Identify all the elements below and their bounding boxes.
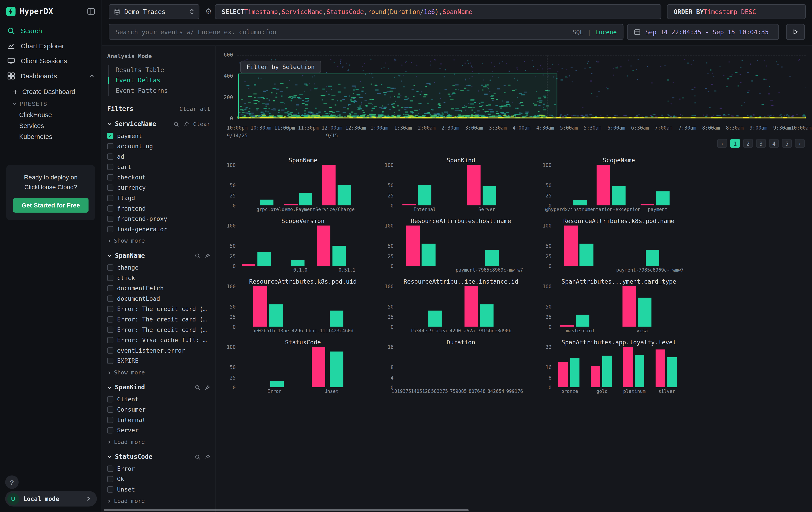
filter-group-load-more[interactable]: Load more [107,498,210,505]
checkbox-unchecked[interactable] [107,466,113,472]
filter-search-icon[interactable] [195,384,201,390]
checkbox-unchecked[interactable] [107,174,113,181]
checkbox-unchecked[interactable] [107,327,113,333]
filter-option-load-generator[interactable]: load-generator [107,225,210,234]
collapse-sidebar-icon[interactable] [87,7,95,16]
create-dashboard-button[interactable]: Create Dashboard [12,85,102,98]
checkbox-unchecked[interactable] [107,417,113,423]
run-query-button[interactable] [786,24,805,40]
checkbox-unchecked[interactable] [107,195,113,201]
filter-group-clear-button[interactable]: Clear [193,120,210,127]
filter-option-error-the-credit-card-[interactable]: Error: The credit card (… [107,304,210,314]
filter-option-currency[interactable]: currency [107,183,210,192]
filter-option-unset[interactable]: Unset [107,485,210,494]
pagination-page-5[interactable]: 5 [782,139,792,148]
help-button[interactable]: ? [5,476,19,489]
language-sql[interactable]: SQL [573,28,583,36]
pagination-page-3[interactable]: 3 [756,139,766,148]
horizontal-scrollbar[interactable] [104,509,469,511]
checkbox-unchecked[interactable] [107,476,113,482]
checkbox-unchecked[interactable] [107,427,113,433]
checkbox-unchecked[interactable] [107,486,113,493]
checkbox-unchecked[interactable] [107,406,113,413]
checkbox-unchecked[interactable] [107,216,113,222]
filter-option-error-the-credit-card-[interactable]: Error: The credit card (… [107,315,210,324]
checkbox-unchecked[interactable] [107,347,113,353]
sql-select-input[interactable]: SELECT Timestamp, ServiceName, StatusCod… [215,4,662,19]
checkbox-unchecked[interactable] [107,296,113,302]
filter-option-eventlistener-error[interactable]: eventListener.error [107,346,210,355]
checkbox-unchecked[interactable] [107,275,113,281]
language-lucene[interactable]: Lucene [595,28,617,36]
filter-group-header-SpanKind[interactable]: SpanKind [107,384,210,391]
source-select[interactable]: Demo Traces [109,4,199,19]
checkbox-unchecked[interactable] [107,164,113,170]
pagination-page-1[interactable]: 1 [730,139,740,148]
pagination-page-2[interactable]: 2 [743,139,753,148]
checkbox-unchecked[interactable] [107,316,113,323]
filter-option-documentload[interactable]: documentLoad [107,294,210,303]
checkbox-unchecked[interactable] [107,143,113,150]
filter-option-frontend-proxy[interactable]: frontend-proxy [107,214,210,223]
filter-option-payment[interactable]: payment [107,131,210,140]
filter-option-documentfetch[interactable]: documentFetch [107,284,210,293]
sidebar-item-dashboards[interactable]: Dashboards [0,68,102,83]
filter-pin-icon[interactable] [205,384,210,390]
filter-group-load-more[interactable]: Load more [107,438,210,445]
timeline-plot-area[interactable]: Filter by Selection [237,55,806,119]
checkbox-unchecked[interactable] [107,265,113,271]
filter-option-error-visa-cache-full-[interactable]: Error: Visa cache full: … [107,335,210,345]
filter-option-checkout[interactable]: checkout [107,173,210,182]
checkbox-unchecked[interactable] [107,153,113,160]
filter-group-header-StatusCode[interactable]: StatusCode [107,453,210,461]
timeline-selection-box[interactable] [238,74,557,119]
filter-option-expire[interactable]: EXPIRE [107,356,210,366]
filter-group-header-ServiceName[interactable]: ServiceNameClear [107,120,210,128]
filter-group-show-more[interactable]: Show more [107,238,210,244]
filter-option-flagd[interactable]: flagd [107,193,210,203]
filter-option-server[interactable]: Server [107,426,210,435]
analysis-option-event-deltas[interactable]: Event Deltas [109,75,210,86]
sidebar-item-services[interactable]: Services [12,120,102,131]
sidebar-item-kubernetes[interactable]: Kubernetes [12,131,102,142]
filter-group-show-more[interactable]: Show more [107,369,210,376]
filter-by-selection-button[interactable]: Filter by Selection [240,61,321,73]
presets-toggle[interactable]: PRESETS [12,98,102,109]
analysis-option-event-patterns[interactable]: Event Patterns [109,85,210,96]
pagination-page-4[interactable]: 4 [769,139,779,148]
sidebar-item-chart-explorer[interactable]: Chart Explorer [0,38,102,53]
pagination-next-button[interactable]: › [795,139,805,148]
checkbox-unchecked[interactable] [107,185,113,191]
sidebar-item-client-sessions[interactable]: Client Sessions [0,53,102,69]
checkbox-unchecked[interactable] [107,285,113,291]
sidebar-item-search[interactable]: Search [0,23,102,38]
filter-option-cart[interactable]: cart [107,162,210,172]
filter-option-client[interactable]: Client [107,395,210,404]
filter-option-click[interactable]: click [107,273,210,282]
settings-gear-icon[interactable]: ⚙ [205,7,212,16]
clear-all-filters-button[interactable]: Clear all [179,106,210,112]
filter-group-header-SpanName[interactable]: SpanName [107,252,210,259]
checkbox-unchecked[interactable] [107,396,113,402]
filter-option-ok[interactable]: Ok [107,475,210,484]
get-started-button[interactable]: Get Started for Free [13,198,88,213]
filter-search-icon[interactable] [195,253,201,259]
filter-option-error[interactable]: Error [107,464,210,474]
checkbox-checked[interactable] [107,133,113,139]
checkbox-unchecked[interactable] [107,358,113,364]
filter-option-ad[interactable]: ad [107,152,210,161]
filter-option-accounting[interactable]: accounting [107,141,210,151]
hyperdx-logo[interactable]: HyperDX [6,7,53,16]
checkbox-unchecked[interactable] [107,205,113,212]
checkbox-unchecked[interactable] [107,226,113,232]
filter-option-change[interactable]: change [107,263,210,272]
analysis-option-results-table[interactable]: Results Table [109,65,210,75]
checkbox-unchecked[interactable] [107,337,113,343]
filter-option-error-the-credit-card-[interactable]: Error: The credit card (… [107,325,210,334]
checkbox-unchecked[interactable] [107,306,113,312]
filter-search-icon[interactable] [173,121,179,127]
pagination-prev-button[interactable]: ‹ [717,139,727,148]
order-by-input[interactable]: ORDER BY Timestamp DESC [667,4,806,19]
filter-option-internal[interactable]: Internal [107,415,210,425]
filter-pin-icon[interactable] [205,454,210,460]
